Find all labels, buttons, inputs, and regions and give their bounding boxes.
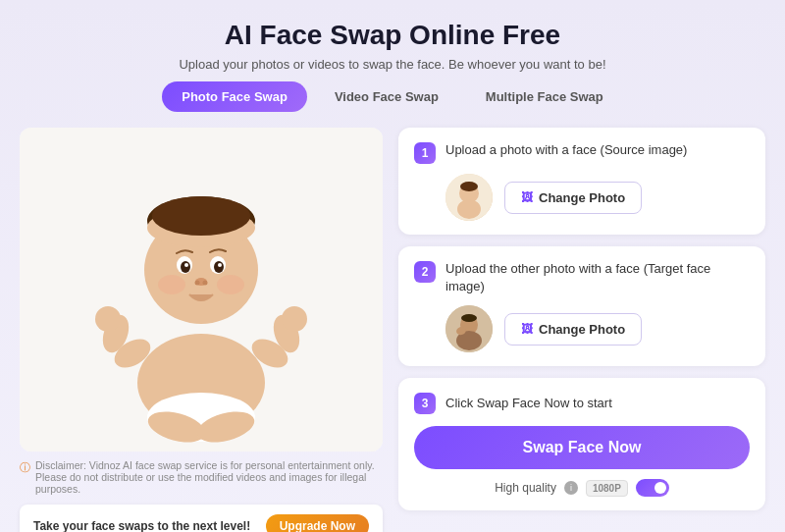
step-2-header: 2 Upload the other photo with a face (Ta… [414, 260, 750, 295]
step-3-number: 3 [414, 393, 436, 414]
main-content: ⓘ Disclaimer: Vidnoz AI face swap servic… [20, 128, 765, 532]
image-icon-1: 🖼 [521, 190, 533, 204]
tab-multiple[interactable]: Multiple Face Swap [466, 81, 623, 112]
svg-point-23 [282, 306, 307, 332]
disclaimer-text: Disclaimer: Vidnoz AI face swap service … [35, 459, 383, 495]
step-1-card: 1 Upload a photo with a face (Source ima… [398, 128, 765, 235]
image-icon-2: 🖼 [521, 322, 533, 336]
quality-badge: 1080P [586, 480, 628, 497]
step-2-thumbnail [445, 305, 493, 352]
right-panel: 1 Upload a photo with a face (Source ima… [398, 128, 765, 510]
step-1-change-photo-button[interactable]: 🖼 Change Photo [504, 182, 642, 214]
tab-video[interactable]: Video Face Swap [315, 81, 458, 112]
quality-label: High quality [495, 481, 556, 495]
step-2-body: 🖼 Change Photo [414, 305, 750, 352]
quality-info-icon[interactable]: i [564, 481, 578, 495]
page-wrapper: AI Face Swap Online Free Upload your pho… [0, 0, 785, 532]
svg-point-31 [460, 182, 478, 191]
svg-point-12 [203, 281, 208, 286]
quality-toggle[interactable] [636, 479, 669, 497]
svg-point-8 [184, 263, 188, 267]
step-1-thumbnail [445, 174, 493, 221]
warning-icon: ⓘ [20, 460, 30, 475]
svg-point-30 [457, 199, 481, 219]
svg-point-13 [158, 275, 185, 294]
upgrade-button[interactable]: Upgrade Now [266, 514, 369, 532]
svg-point-14 [217, 275, 244, 294]
tab-photo[interactable]: Photo Face Swap [162, 81, 307, 112]
step-2-number: 2 [414, 261, 436, 283]
step-2-title: Upload the other photo with a face (Targ… [445, 260, 750, 295]
page-subtitle: Upload your photos or videos to swap the… [20, 57, 765, 72]
step-3-card: 3 Click Swap Face Now to start Swap Face… [398, 378, 765, 510]
svg-point-35 [461, 314, 477, 322]
quality-row: High quality i 1080P [414, 479, 750, 497]
step-3-title: Click Swap Face Now to start [445, 396, 612, 410]
svg-point-7 [214, 261, 224, 273]
disclaimer: ⓘ Disclaimer: Vidnoz AI face swap servic… [20, 459, 383, 495]
svg-point-17 [152, 196, 250, 236]
step-1-body: 🖼 Change Photo [414, 174, 750, 221]
svg-point-9 [218, 263, 222, 267]
step-1-baby-thumb [445, 174, 493, 221]
svg-point-6 [181, 261, 190, 273]
step-1-number: 1 [414, 142, 436, 164]
preview-image [20, 128, 383, 452]
upgrade-text: Take your face swaps to the next level! [33, 519, 250, 532]
svg-point-11 [195, 281, 200, 286]
step-1-header: 1 Upload a photo with a face (Source ima… [414, 141, 750, 164]
step-3-header: 3 Click Swap Face Now to start [414, 392, 750, 414]
step-2-card: 2 Upload the other photo with a face (Ta… [398, 246, 765, 366]
step-2-man-thumb [445, 305, 493, 352]
tabs-container: Photo Face Swap Video Face Swap Multiple… [20, 81, 765, 112]
svg-point-22 [95, 306, 121, 332]
step-1-change-photo-label: Change Photo [539, 190, 625, 205]
page-title: AI Face Swap Online Free [20, 20, 765, 51]
left-panel: ⓘ Disclaimer: Vidnoz AI face swap servic… [20, 128, 383, 532]
swap-face-now-button[interactable]: Swap Face Now [414, 426, 750, 469]
step-2-change-photo-button[interactable]: 🖼 Change Photo [504, 313, 642, 346]
preview-baby-svg [20, 128, 383, 452]
step-2-change-photo-label: Change Photo [539, 322, 625, 337]
upgrade-banner: Take your face swaps to the next level! … [20, 505, 383, 532]
step-1-title: Upload a photo with a face (Source image… [445, 141, 687, 159]
header: AI Face Swap Online Free Upload your pho… [20, 20, 765, 72]
